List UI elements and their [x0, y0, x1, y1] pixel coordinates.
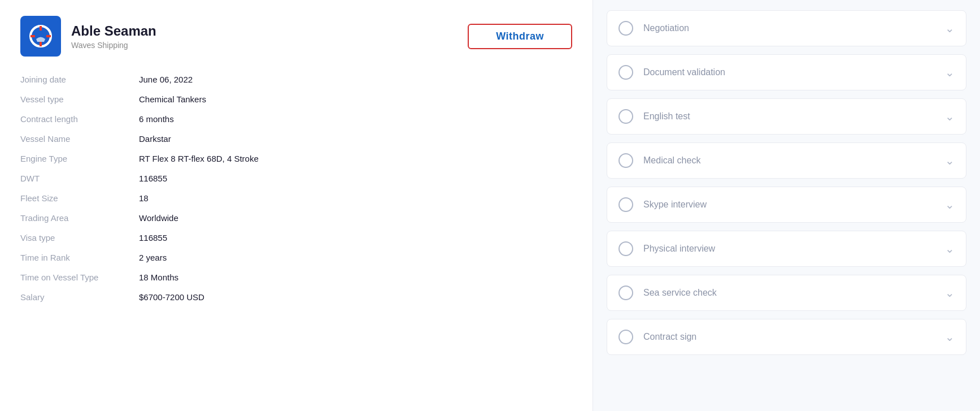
info-label: Trading Area — [20, 213, 128, 223]
info-label: Vessel type — [20, 94, 128, 104]
main-layout: Able Seaman Waves Shipping Withdraw Join… — [0, 0, 980, 411]
info-value: $6700-7200 USD — [139, 292, 572, 302]
chevron-down-icon[interactable]: ⌄ — [945, 242, 955, 256]
info-label: Engine Type — [20, 154, 128, 163]
info-value: 6 months — [139, 114, 572, 124]
info-value: RT Flex 8 RT-flex 68D, 4 Stroke — [139, 154, 572, 163]
info-value: 116855 — [139, 174, 572, 183]
chevron-down-icon[interactable]: ⌄ — [945, 21, 955, 35]
info-value: June 06, 2022 — [139, 75, 572, 84]
radio-circle[interactable] — [619, 21, 633, 36]
checklist-label: Negotiation — [643, 23, 935, 33]
checklist-label: Medical check — [643, 155, 935, 166]
checklist-label: Skype interview — [643, 200, 935, 210]
checklist-item[interactable]: Contract sign⌄ — [607, 319, 966, 355]
info-label: Joining date — [20, 75, 128, 84]
info-value: 116855 — [139, 233, 572, 243]
info-label: Vessel Name — [20, 134, 128, 144]
info-value: Worldwide — [139, 213, 572, 223]
right-panel: Negotiation⌄Document validation⌄English … — [593, 0, 980, 411]
checklist-label: Contract sign — [643, 332, 935, 342]
info-value: 18 Months — [139, 272, 572, 282]
radio-circle[interactable] — [619, 241, 633, 256]
info-value: 18 — [139, 193, 572, 203]
withdraw-button[interactable]: Withdraw — [468, 24, 572, 49]
radio-circle[interactable] — [619, 65, 633, 80]
chevron-down-icon[interactable]: ⌄ — [945, 286, 955, 300]
radio-circle[interactable] — [619, 197, 633, 212]
info-value: Darkstar — [139, 134, 572, 144]
info-label: Time in Rank — [20, 253, 128, 262]
info-label: Time on Vessel Type — [20, 272, 128, 282]
radio-circle[interactable] — [619, 153, 633, 168]
checklist-label: Sea service check — [643, 288, 935, 298]
info-label: Contract length — [20, 114, 128, 124]
checklist-item[interactable]: Negotiation⌄ — [607, 10, 966, 46]
checklist-item[interactable]: Sea service check⌄ — [607, 275, 966, 311]
chevron-down-icon[interactable]: ⌄ — [945, 198, 955, 211]
info-label: Visa type — [20, 233, 128, 243]
info-value: 2 years — [139, 253, 572, 262]
info-label: Salary — [20, 292, 128, 302]
checklist-label: English test — [643, 111, 935, 122]
title-block: Able Seaman Waves Shipping — [20, 16, 156, 57]
checklist-item[interactable]: English test⌄ — [607, 98, 966, 135]
company-name: Waves Shipping — [71, 41, 156, 50]
checklist-item[interactable]: Physical interview⌄ — [607, 231, 966, 267]
radio-circle[interactable] — [619, 330, 633, 344]
chevron-down-icon[interactable]: ⌄ — [945, 66, 955, 79]
chevron-down-icon[interactable]: ⌄ — [945, 110, 955, 123]
avatar — [20, 16, 61, 57]
title-text: Able Seaman Waves Shipping — [71, 23, 156, 50]
checklist-label: Physical interview — [643, 244, 935, 254]
header-row: Able Seaman Waves Shipping Withdraw — [20, 16, 572, 57]
info-grid: Joining dateJune 06, 2022Vessel typeChem… — [20, 75, 572, 302]
info-value: Chemical Tankers — [139, 94, 572, 104]
left-panel: Able Seaman Waves Shipping Withdraw Join… — [0, 0, 593, 411]
info-label: DWT — [20, 174, 128, 183]
checklist-item[interactable]: Skype interview⌄ — [607, 187, 966, 223]
radio-circle[interactable] — [619, 109, 633, 124]
job-title: Able Seaman — [71, 23, 156, 39]
checklist-item[interactable]: Document validation⌄ — [607, 54, 966, 90]
chevron-down-icon[interactable]: ⌄ — [945, 154, 955, 167]
checklist-item[interactable]: Medical check⌄ — [607, 142, 966, 179]
chevron-down-icon[interactable]: ⌄ — [945, 330, 955, 344]
checklist-label: Document validation — [643, 67, 935, 77]
radio-circle[interactable] — [619, 285, 633, 300]
avatar-icon — [24, 19, 58, 53]
info-label: Fleet Size — [20, 193, 128, 203]
